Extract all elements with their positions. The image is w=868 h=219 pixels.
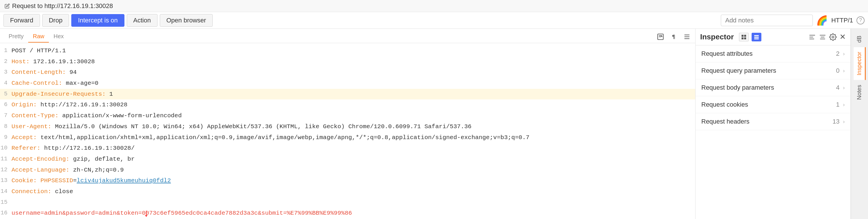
svg-rect-7 [744,35,746,37]
open-browser-button[interactable]: Open browser [160,14,213,27]
http-version-label: HTTP/1 [831,17,853,24]
sidebar-tab-inspector[interactable]: Inspector [854,47,866,80]
inspector-item-query-params[interactable]: Request query parameters 0 › [695,62,850,79]
chevron-down-icon: › [843,102,845,108]
inspector-item-headers[interactable]: Request headers 13 › [695,113,850,130]
red-arrow-icon: ↓ [143,205,150,219]
close-button[interactable]: ✕ [840,32,846,41]
inspector-item-attributes[interactable]: Request attributes 2 › [695,45,850,62]
line-9: 9 Accept: text/html,application/xhtml+xm… [0,132,695,143]
intercept-button[interactable]: Intercept is on [71,14,124,27]
line-16: 16 username=admin&password=admin&token=0… [0,208,695,219]
svg-rect-10 [754,35,759,36]
line-1: 1 POST / HTTP/1.1 [0,45,695,56]
chevron-down-icon: › [843,119,845,125]
main-area: Pretty Raw Hex ¶ [0,29,868,219]
menu-icon[interactable] [683,32,691,41]
line-13: 13 Cookie: PHPSESSID=lciv4ujakud5kumeuhu… [0,175,695,186]
inspector-item-body-params[interactable]: Request body parameters 4 › [695,79,850,96]
inspector-items: Request attributes 2 › Request query par… [695,45,850,219]
svg-rect-11 [754,36,759,37]
chevron-down-icon: › [843,85,845,91]
view-btn-list[interactable] [752,33,762,41]
tab-hex[interactable]: Hex [49,31,68,42]
line-7: 7 Content-Type: application/x-www-form-u… [0,111,695,121]
svg-rect-12 [754,38,759,39]
toolbar-right: 🌈 HTTP/1 ? [721,15,865,26]
chevron-down-icon: › [843,68,845,74]
title-text: Request to http://172.16.19.1:30028 [12,2,113,10]
inspector-tools: ✕ [808,32,846,41]
wrap-icon[interactable] [656,32,665,41]
tab-raw[interactable]: Raw [28,31,49,42]
line-2: 2 Host: 172.16.19.1:30028 [0,56,695,67]
line-4: 4 Cache-Control: max-age=0 [0,78,695,89]
line-11: 11 Accept-Encoding: gzip, deflate, br [0,154,695,165]
drop-button[interactable]: Drop [42,14,69,27]
svg-rect-9 [744,37,746,39]
request-content[interactable]: 1 POST / HTTP/1.1 2 Host: 172.16.19.1:30… [0,43,695,219]
chevron-down-icon: › [843,51,845,57]
lines-icon[interactable]: ¶ [670,32,678,41]
line-12: 12 Accept-Language: zh-CN,zh;q=0.9 [0,165,695,176]
svg-rect-6 [742,35,744,37]
line-10: 10 Referer: http://172.16.19.1:30028/ [0,143,695,154]
toolbar: Forward Drop Intercept is on Action Open… [0,12,868,29]
line-15: 15 [0,197,695,208]
inspector-header: Inspector [695,29,850,45]
settings-icon[interactable] [829,33,837,41]
add-notes-input[interactable] [721,15,813,26]
line-6: 6 Origin: http://172.16.19.1:30028 [0,99,695,111]
pencil-icon [5,3,10,9]
line-14: 14 Connection: close [0,186,695,197]
line-5: 5 Upgrade-Insecure-Requests: 1 [0,89,695,100]
inspector-item-cookies[interactable]: Request cookies 1 › [695,96,850,113]
forward-button[interactable]: Forward [3,14,40,27]
title-bar: Request to http://172.16.19.1:30028 [0,0,868,12]
view-btn-grid[interactable] [739,33,749,41]
align-center-icon[interactable] [819,33,826,41]
editor-tabs: Pretty Raw Hex ¶ [0,29,695,43]
editor-panel: Pretty Raw Hex ¶ [0,29,695,219]
align-left-icon[interactable] [808,33,816,41]
far-right-sidebar: dB Inspector Notes [851,29,868,219]
sidebar-tab-notes[interactable]: Notes [854,80,866,104]
help-icon[interactable]: ? [857,17,865,25]
inspector-panel: Inspector [695,29,851,219]
tab-pretty[interactable]: Pretty [4,31,28,42]
inspector-title: Inspector [700,32,734,41]
line-3: 3 Content-Length: 94 [0,67,695,78]
svg-point-19 [832,36,834,38]
rainbow-icon: 🌈 [816,15,828,26]
sidebar-tab-db[interactable]: dB [854,31,866,47]
editor-tools: ¶ [656,32,691,41]
line-8: 8 User-Agent: Mozilla/5.0 (Windows NT 10… [0,121,695,132]
action-button[interactable]: Action [127,14,157,27]
svg-rect-8 [742,37,744,39]
